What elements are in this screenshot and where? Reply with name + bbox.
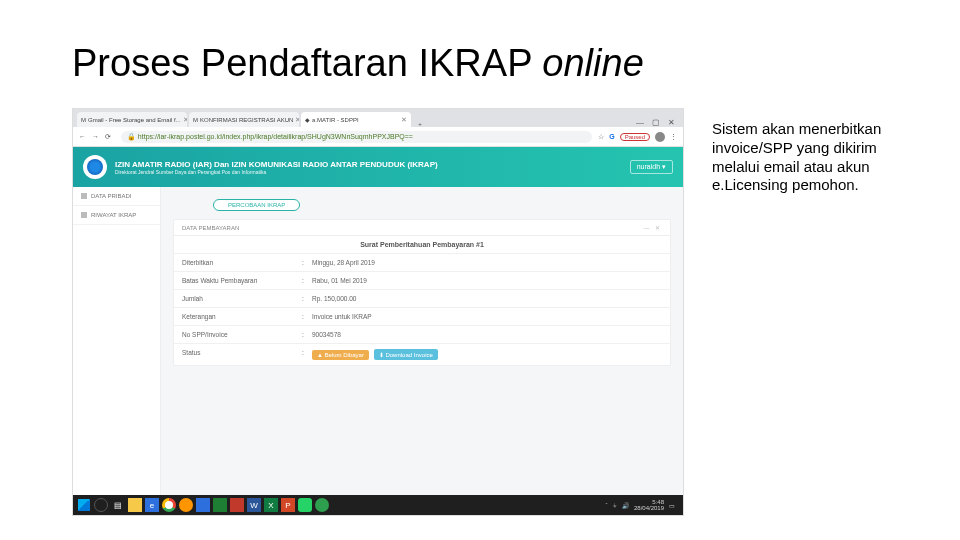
slide-title: Proses Pendaftaran IKRAP online xyxy=(72,42,644,85)
lock-icon: 🔒 xyxy=(127,133,136,140)
row-value: ▲ Belum Dibayar ⬇ Download Invoice xyxy=(312,349,662,360)
whatsapp-icon[interactable] xyxy=(298,498,312,512)
sidebar-item-label: DATA PRIBADI xyxy=(91,193,131,199)
title-main: Proses Pendaftaran IKRAP xyxy=(72,42,542,84)
site-header: IZIN AMATIR RADIO (IAR) Dan IZIN KOMUNIK… xyxy=(73,147,683,187)
table-row: Keterangan : Invoice untuk IKRAP xyxy=(174,307,670,325)
colon: : xyxy=(302,331,312,338)
colon: : xyxy=(302,349,312,360)
task-view-icon[interactable]: ▤ xyxy=(111,498,125,512)
tab-label: a.MATIR - SDPPI xyxy=(312,117,359,123)
sidebar-item-data-pribadi[interactable]: DATA PRIBADI xyxy=(73,187,160,206)
wifi-icon[interactable]: ⏚ xyxy=(613,502,617,508)
table-row: Batas Waktu Pembayaran : Rabu, 01 Mei 20… xyxy=(174,271,670,289)
start-button[interactable] xyxy=(77,498,91,512)
panel-actions[interactable]: — ✕ xyxy=(643,224,662,231)
row-value: Minggu, 28 April 2019 xyxy=(312,259,662,266)
search-button[interactable] xyxy=(94,498,108,512)
putty-icon[interactable] xyxy=(213,498,227,512)
top-pill-button[interactable]: PERCOBAAN IKRAP xyxy=(213,199,300,211)
g-icon[interactable]: G xyxy=(609,133,614,140)
network-icon[interactable] xyxy=(315,498,329,512)
table-row-status: Status : ▲ Belum Dibayar ⬇ Download Invo… xyxy=(174,343,670,365)
mail-icon: M xyxy=(81,117,86,123)
close-icon[interactable]: ✕ xyxy=(401,116,407,124)
windows-taskbar: ▤ e W X P ˄ ⏚ 🔊 5:48 28/04/2019 ▭ xyxy=(73,495,683,515)
history-icon xyxy=(81,212,87,218)
star-icon[interactable]: ☆ xyxy=(598,133,604,141)
main-content: PERCOBAAN IKRAP DATA PEMBAYARAN — ✕ Sura… xyxy=(161,187,683,495)
url-text: https://iar-ikrap.postel.go.id/index.php… xyxy=(138,133,413,140)
chrome-icon[interactable] xyxy=(162,498,176,512)
header-titles: IZIN AMATIR RADIO (IAR) Dan IZIN KOMUNIK… xyxy=(115,160,438,175)
colon: : xyxy=(302,313,312,320)
sidebar: DATA PRIBADI RIWAYAT IKRAP xyxy=(73,187,161,495)
paint-icon[interactable] xyxy=(196,498,210,512)
annotation-text: Sistem akan menerbitkan invoice/SPP yang… xyxy=(712,120,887,195)
page-icon: ◆ xyxy=(305,116,310,123)
minimize-button[interactable]: — xyxy=(636,118,644,127)
menu-icon[interactable]: ⋮ xyxy=(670,133,677,141)
browser-tab-active[interactable]: ◆ a.MATIR - SDPPI ✕ xyxy=(301,112,411,127)
title-italic: online xyxy=(542,42,643,84)
word-icon[interactable]: W xyxy=(247,498,261,512)
colon: : xyxy=(302,295,312,302)
url-field[interactable]: 🔒 https://iar-ikrap.postel.go.id/index.p… xyxy=(121,131,592,143)
panel-header: DATA PEMBAYARAN — ✕ xyxy=(174,220,670,236)
notifications-icon[interactable]: ▭ xyxy=(669,502,675,509)
forward-button[interactable]: → xyxy=(92,133,99,140)
browser-tab-strip: M Gmail - Free Storage and Email f... ✕ … xyxy=(73,109,683,127)
table-row: Diterbitkan : Minggu, 28 April 2019 xyxy=(174,253,670,271)
browser-tab[interactable]: M KONFIRMASI REGISTRASI AKUN ✕ xyxy=(189,112,299,127)
new-tab-button[interactable]: + xyxy=(413,121,427,127)
tab-label: Gmail - Free Storage and Email f... xyxy=(88,117,181,123)
row-label: No SPP/Invoice xyxy=(182,331,302,338)
panel-title: DATA PEMBAYARAN xyxy=(182,225,239,231)
colon: : xyxy=(302,277,312,284)
card-icon xyxy=(81,193,87,199)
reload-button[interactable]: ⟳ xyxy=(105,133,111,140)
nav-buttons: ← → ⟳ xyxy=(79,133,115,141)
header-line1: IZIN AMATIR RADIO (IAR) Dan IZIN KOMUNIK… xyxy=(115,160,438,169)
addr-right-controls: ☆ G Paused ⋮ xyxy=(598,132,677,142)
row-value: Rp. 150,000.00 xyxy=(312,295,662,302)
download-invoice-button[interactable]: ⬇ Download Invoice xyxy=(374,349,438,360)
close-window-button[interactable]: ✕ xyxy=(668,118,675,127)
row-value: Invoice untuk IKRAP xyxy=(312,313,662,320)
kominfo-logo xyxy=(83,155,107,179)
status-badge-unpaid: ▲ Belum Dibayar xyxy=(312,350,369,360)
row-label: Batas Waktu Pembayaran xyxy=(182,277,302,284)
edge-icon[interactable]: e xyxy=(145,498,159,512)
row-label: Status xyxy=(182,349,302,360)
maximize-button[interactable]: ▢ xyxy=(652,118,660,127)
row-label: Diterbitkan xyxy=(182,259,302,266)
row-label: Keterangan xyxy=(182,313,302,320)
paused-badge[interactable]: Paused xyxy=(620,133,650,141)
close-icon[interactable]: ✕ xyxy=(183,116,187,124)
back-button[interactable]: ← xyxy=(79,133,86,140)
firefox-icon[interactable] xyxy=(179,498,193,512)
close-icon[interactable]: ✕ xyxy=(295,116,299,124)
excel-icon[interactable]: X xyxy=(264,498,278,512)
sound-icon[interactable]: 🔊 xyxy=(622,502,629,509)
row-value: 90034578 xyxy=(312,331,662,338)
file-explorer-icon[interactable] xyxy=(128,498,142,512)
browser-address-bar: ← → ⟳ 🔒 https://iar-ikrap.postel.go.id/i… xyxy=(73,127,683,147)
window-controls: — ▢ ✕ xyxy=(636,118,679,127)
clock[interactable]: 5:48 28/04/2019 xyxy=(634,499,664,511)
sidebar-item-riwayat[interactable]: RIWAYAT IKRAP xyxy=(73,206,160,225)
mail-icon: M xyxy=(193,117,198,123)
table-row: No SPP/Invoice : 90034578 xyxy=(174,325,670,343)
header-line2: Direktorat Jendral Sumber Daya dan Peran… xyxy=(115,169,438,175)
powerpoint-icon[interactable]: P xyxy=(281,498,295,512)
row-label: Jumlah xyxy=(182,295,302,302)
user-dropdown[interactable]: nuraidh ▾ xyxy=(630,160,673,174)
colon: : xyxy=(302,259,312,266)
browser-tab[interactable]: M Gmail - Free Storage and Email f... ✕ xyxy=(77,112,187,127)
tray-up-icon[interactable]: ˄ xyxy=(605,502,608,509)
browser-screenshot: M Gmail - Free Storage and Email f... ✕ … xyxy=(72,108,684,516)
ytd-icon[interactable] xyxy=(230,498,244,512)
date-text: 28/04/2019 xyxy=(634,505,664,511)
profile-avatar[interactable] xyxy=(655,132,665,142)
row-value: Rabu, 01 Mei 2019 xyxy=(312,277,662,284)
